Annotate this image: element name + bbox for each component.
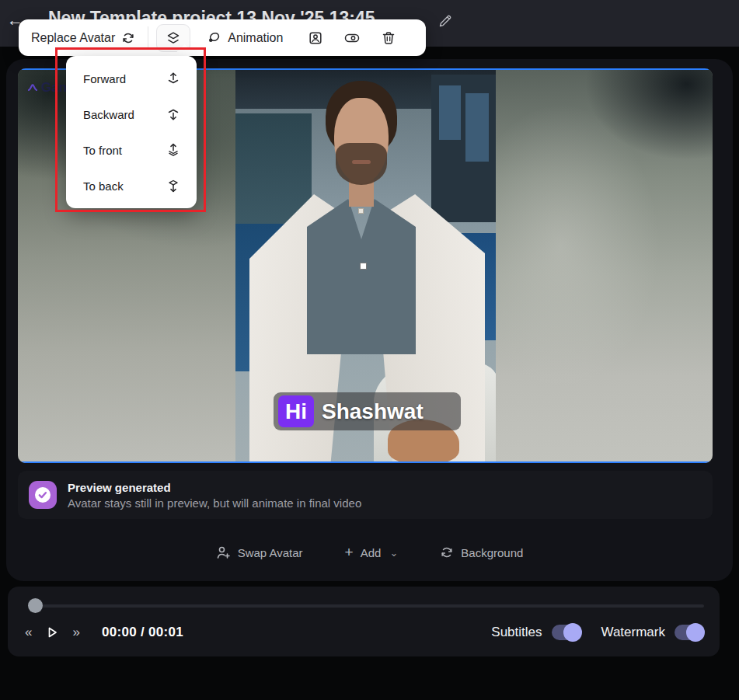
preview-notification: Preview generated Avatar stays still in … [18,471,713,519]
check-badge-icon [29,481,57,509]
notification-title: Preview generated [68,481,361,494]
edit-title-icon[interactable] [437,13,453,29]
toolbar-divider [148,26,148,50]
watermark-toggle[interactable] [675,625,704,640]
timeline-scrubber[interactable] [28,598,43,613]
time-display: 00:00 / 00:01 [102,625,183,640]
transform-handle[interactable] [360,263,367,270]
swap-avatar-button[interactable]: Swap Avatar [216,544,303,561]
action-buttons-row: Swap Avatar + Add ⌄ Background [6,544,733,561]
animation-icon [206,30,221,46]
plus-icon: + [345,544,354,561]
menu-item-to-front[interactable]: To front [66,132,197,168]
skip-forward-button[interactable]: » [68,625,84,640]
subtitle-text: Shashwat [322,399,424,424]
refresh-icon [121,31,135,45]
gan-logo-icon [26,82,39,94]
watermark-label: Watermark [601,625,666,640]
play-icon [44,625,60,640]
subtitles-toggle[interactable] [552,625,581,640]
video-blur-right [496,68,713,463]
layers-icon [166,30,181,46]
delete-button[interactable] [373,26,404,50]
gan-watermark: Gan [26,80,67,96]
toggle-pill-icon [343,30,361,46]
avatar-card-button[interactable] [300,26,331,50]
gan-watermark-text: Gan [41,80,67,96]
person-plus-icon [216,545,231,560]
animation-button[interactable]: Animation [200,26,289,50]
bring-to-front-icon [166,142,181,158]
element-toolbar: Replace Avatar Animation [19,19,426,56]
send-backward-icon [166,106,181,122]
subtitle-overlay[interactable]: Hi Shashwat [274,392,461,430]
refresh-icon [440,545,454,559]
menu-item-backward[interactable]: Backward [66,96,197,132]
player-panel: « » 00:00 / 00:01 Subtitles Watermark [8,587,720,656]
menu-item-forward[interactable]: Forward [66,61,197,96]
add-button[interactable]: + Add ⌄ [345,544,399,561]
selection-outline-bottom [18,461,713,463]
trash-icon [381,30,396,46]
menu-item-to-back[interactable]: To back [66,168,197,204]
subtitles-label: Subtitles [491,625,542,640]
send-to-back-icon [166,178,181,193]
chevron-down-icon: ⌄ [389,547,398,559]
timeline[interactable] [20,597,704,614]
notification-message: Avatar stays still in preview, but will … [68,496,361,510]
replace-avatar-button[interactable]: Replace Avatar [25,26,141,50]
layer-order-menu: Forward Backward To front To back [66,56,197,208]
playback-controls: « » 00:00 / 00:01 Subtitles Watermark [20,625,704,640]
background-button[interactable]: Background [440,544,523,561]
app-window: ← New Template project 13 Nov '25 13:45 [0,0,739,700]
skip-back-button[interactable]: « [20,625,37,640]
timeline-track[interactable] [36,604,704,608]
visibility-toggle-button[interactable] [336,26,368,50]
bring-forward-icon [166,71,181,86]
subtitle-keyword-badge: Hi [278,395,314,427]
play-button[interactable] [44,625,60,640]
portrait-icon [308,30,323,46]
